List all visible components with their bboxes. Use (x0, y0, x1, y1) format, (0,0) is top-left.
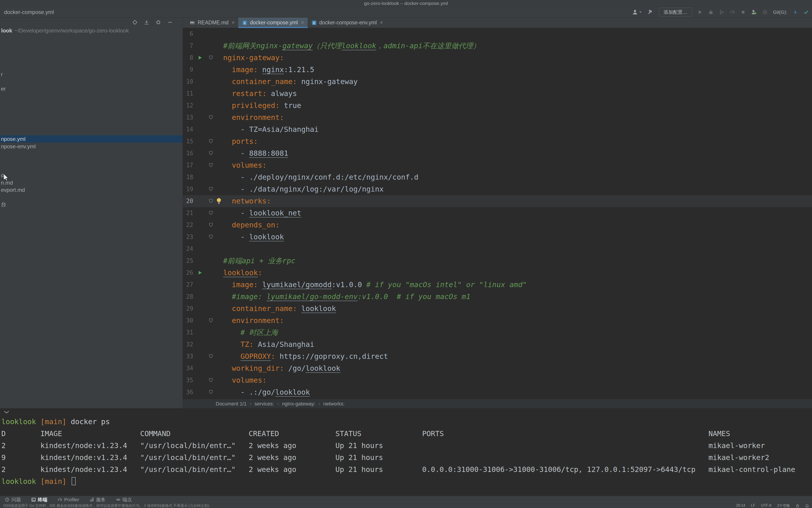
fold-marker-icon[interactable] (208, 115, 213, 120)
code-line[interactable]: 10 container_name: nginx-gateway (183, 76, 812, 88)
git-commit-check-icon[interactable] (804, 9, 809, 15)
status-line-ending[interactable]: LF (751, 504, 755, 508)
code-line[interactable]: 24 (183, 243, 812, 255)
code-line[interactable]: 26looklook: (183, 267, 812, 279)
editor-tab[interactable]: docker-compose.yml× (238, 17, 307, 28)
breadcrumb-item[interactable]: services: (254, 401, 274, 407)
project-tree-item[interactable]: er (0, 85, 183, 92)
project-root-row[interactable]: look~/Developer/goenv/workspace/go-zero-… (1, 27, 129, 34)
code-line[interactable]: 16 - 8888:8081 (183, 147, 812, 159)
run-button[interactable] (698, 9, 703, 15)
code-line[interactable]: 32 TZ: Asia/Shanghai (183, 339, 812, 350)
code-line[interactable]: 14 - TZ=Asia/Shanghai (183, 124, 812, 135)
hide-panel-icon[interactable] (167, 19, 173, 25)
terminal-cursor[interactable] (71, 477, 76, 485)
project-tree-item[interactable]: n.md (0, 179, 183, 186)
run-coverage-button[interactable] (719, 9, 724, 15)
code-line[interactable]: 25#前端api + 业务rpc (183, 255, 812, 267)
more-tools-icon[interactable] (762, 9, 768, 15)
code-line[interactable]: 13 environment: (183, 112, 812, 124)
fold-marker-icon[interactable] (208, 354, 213, 358)
tab-close-icon[interactable]: × (301, 19, 304, 26)
notifications-bell-icon[interactable] (805, 504, 809, 508)
locate-file-icon[interactable] (132, 19, 138, 25)
fold-marker-icon[interactable] (208, 318, 213, 323)
code-line[interactable]: 20 networks: (183, 195, 812, 207)
tool-tab-services[interactable]: 服务 (90, 497, 106, 503)
tab-close-icon[interactable]: × (232, 19, 235, 26)
run-service-button[interactable] (197, 270, 203, 276)
project-tree-item[interactable]: 台 (0, 201, 183, 208)
tool-tab-terminal[interactable]: 终端 (31, 497, 47, 503)
code-line[interactable]: 11 restart: always (183, 88, 812, 99)
code-line[interactable]: 34 working_dir: /go/looklook (183, 363, 812, 374)
lock-icon[interactable] (796, 504, 799, 508)
tab-close-icon[interactable]: × (380, 19, 383, 26)
fold-marker-icon[interactable] (208, 235, 213, 239)
code-line[interactable]: 22 depends_on: (183, 219, 812, 231)
build-hammer-icon[interactable] (647, 9, 654, 15)
terminal-command-line[interactable]: looklook [main] docker ps (1, 416, 812, 428)
panel-settings-gear-icon[interactable] (155, 19, 161, 25)
status-caret-position[interactable]: 20:14 (736, 504, 745, 508)
breadcrumb-item[interactable]: nginx-gateway: (282, 401, 315, 407)
code-line[interactable]: 15 ports: (183, 135, 812, 147)
stop-button[interactable] (741, 10, 746, 15)
fold-marker-icon[interactable] (208, 222, 213, 227)
code-line[interactable]: 29 container_name: looklook (183, 303, 812, 314)
code-line[interactable]: 12 privileged: true (183, 99, 812, 112)
editor-tab[interactable]: docker-compose-env.yml× (307, 17, 387, 28)
panel-chevron-down-icon[interactable] (4, 411, 9, 414)
project-tree-item[interactable]: npose.yml (0, 135, 183, 143)
fold-marker-icon[interactable] (208, 390, 213, 394)
fold-marker-icon[interactable] (208, 199, 213, 203)
code-line[interactable]: 36 - .:/go/looklook (183, 386, 812, 398)
code-line[interactable]: 8nginx-gateway: (183, 52, 812, 64)
terminal-panel[interactable]: looklook [main] docker psD IMAGE COMMAND… (0, 409, 812, 496)
code-line[interactable]: 21 - looklook_net (183, 207, 812, 219)
code-line[interactable]: 6 (183, 28, 812, 40)
code-line[interactable]: 35 volumes: (183, 374, 812, 386)
collapse-all-icon[interactable] (144, 19, 149, 25)
fold-marker-icon[interactable] (208, 55, 213, 60)
fold-marker-icon[interactable] (208, 211, 213, 215)
code-line[interactable]: 23 - looklook (183, 231, 812, 243)
code-line[interactable]: 17 volumes: (183, 159, 812, 171)
fold-marker-icon[interactable] (208, 186, 213, 192)
breadcrumb-item[interactable]: networks: (323, 401, 344, 407)
fold-marker-icon[interactable] (208, 139, 213, 143)
fold-marker-icon[interactable] (208, 378, 213, 382)
tool-tab-problems[interactable]: 问题 (5, 497, 21, 503)
debug-button[interactable] (708, 9, 714, 15)
code-with-me-icon[interactable] (751, 9, 757, 15)
project-tree-item[interactable]: npose-env.yml (0, 143, 183, 150)
editor[interactable]: 67#前端网关nginx-gateway（只代理looklook，admin-a… (183, 28, 812, 399)
code-line[interactable]: 30 environment: (183, 314, 812, 327)
fold-marker-icon[interactable] (208, 163, 213, 167)
code-line[interactable]: 7#前端网关nginx-gateway（只代理looklook，admin-ap… (183, 40, 812, 52)
tool-tab-endpoints[interactable]: 端点 (116, 497, 132, 503)
code-line[interactable]: 19 - ./data/nginx/log:/var/log/nginx (183, 183, 812, 195)
git-update-icon[interactable] (793, 9, 798, 15)
terminal-prompt[interactable]: looklook [main] (1, 475, 812, 488)
add-configuration-button[interactable]: 添加配置… (659, 8, 692, 17)
tool-tab-profiler[interactable]: Profiler (58, 497, 79, 502)
code-line[interactable]: 33 GOPROXY: https://goproxy.cn,direct (183, 350, 812, 363)
project-tree-item[interactable]: d (0, 171, 183, 179)
run-service-button[interactable] (197, 55, 203, 60)
project-tree-item[interactable]: evport.md (0, 186, 183, 194)
breadcrumb-item[interactable]: Document 1/1 (216, 401, 247, 407)
status-encoding[interactable]: UTF-8 (761, 504, 771, 508)
fold-marker-icon[interactable] (208, 151, 213, 156)
code-line[interactable]: 27 image: lyumikael/gomodd:v1.0.0 # if y… (183, 279, 812, 291)
project-tree-item[interactable]: r (0, 71, 183, 78)
intention-bulb-icon[interactable] (216, 198, 222, 205)
profiler-button[interactable] (730, 9, 735, 15)
code-line[interactable]: 9 image: nginx:1.21.5 (183, 64, 812, 76)
code-line[interactable]: 28 #image: lyumikael/go-modd-env:v1.0.0 … (183, 291, 812, 303)
code-line[interactable]: 31 # 时区上海 (183, 327, 812, 339)
code-line[interactable]: 18 - ./deploy/nginx/conf.d:/etc/nginx/co… (183, 171, 812, 183)
editor-tab[interactable]: README.md× (186, 17, 238, 28)
status-indent[interactable]: 2个空格 (777, 504, 790, 508)
user-avatar-icon[interactable] (632, 9, 642, 15)
